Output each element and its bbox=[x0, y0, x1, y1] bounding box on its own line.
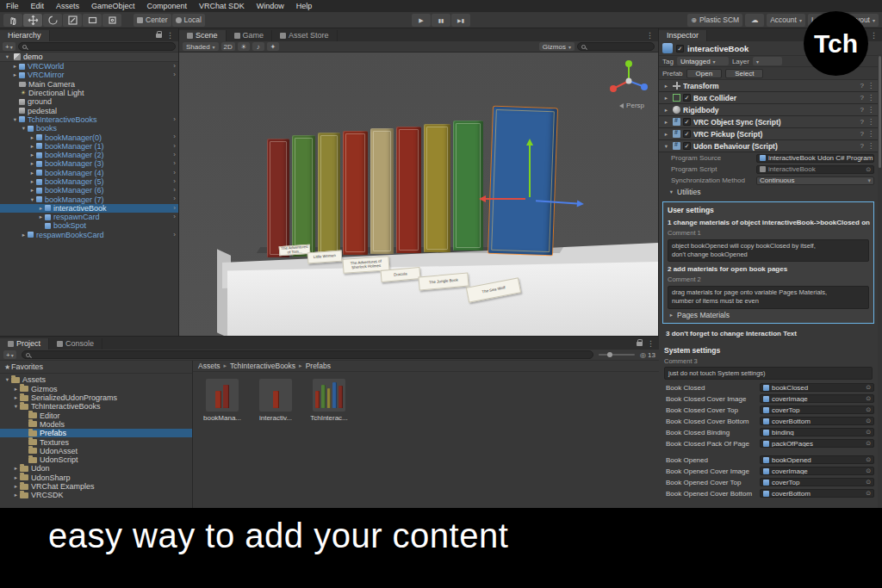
pedestal-front[interactable] bbox=[227, 262, 658, 336]
effects-toggle[interactable]: ✦ bbox=[267, 42, 279, 51]
component-header-box-collider[interactable]: ▸✓Box Collider?⋮ bbox=[659, 92, 878, 104]
tab-scene[interactable]: Scene bbox=[179, 30, 227, 41]
object-picker-icon[interactable]: ⊙ bbox=[866, 429, 871, 436]
active-checkbox[interactable]: ✓ bbox=[676, 45, 684, 53]
foldout-icon[interactable]: ▸ bbox=[662, 83, 670, 90]
prefab-chevron-icon[interactable]: › bbox=[173, 115, 176, 124]
kebab-icon[interactable]: ⋮ bbox=[867, 130, 874, 138]
book-object-6[interactable] bbox=[396, 127, 421, 253]
shading-dropdown[interactable]: Shaded▾ bbox=[183, 42, 219, 51]
hierarchy-item-ground[interactable]: ground bbox=[0, 97, 178, 106]
tag-dropdown[interactable]: Untagged▾ bbox=[677, 57, 729, 65]
component-enabled-checkbox[interactable]: ✓ bbox=[683, 118, 691, 126]
component-enabled-checkbox[interactable]: ✓ bbox=[683, 94, 691, 102]
object-field[interactable]: coverImage⊙ bbox=[760, 394, 874, 403]
hidden-count-badge[interactable]: ◎13 bbox=[640, 351, 655, 359]
project-folder-models[interactable]: Models bbox=[0, 420, 192, 429]
cloud-button[interactable]: ☁ bbox=[745, 14, 764, 27]
scene-search-input[interactable] bbox=[577, 42, 655, 51]
object-field[interactable]: binding⊙ bbox=[760, 428, 874, 436]
hierarchy-item-main-camera[interactable]: Main Camera bbox=[0, 80, 178, 89]
help-icon[interactable]: ? bbox=[860, 130, 864, 138]
kebab-icon[interactable]: ⋮ bbox=[867, 106, 874, 114]
scene-orientation-gizmo[interactable] bbox=[606, 57, 651, 102]
foldout-icon[interactable]: ▸ bbox=[12, 483, 20, 490]
hierarchy-item-tchinteractivebooks[interactable]: ▾TchInteractiveBooks› bbox=[0, 115, 178, 124]
project-folder-assets[interactable]: ▾Assets bbox=[0, 375, 192, 384]
book-object-4[interactable] bbox=[343, 131, 368, 255]
persp-label[interactable]: Persp bbox=[617, 102, 644, 109]
menu-item-component[interactable]: Component bbox=[141, 0, 194, 12]
lighting-toggle[interactable]: ☀ bbox=[238, 42, 250, 51]
scene-canvas[interactable]: Persp The Adventures of Tom...Little Wom… bbox=[179, 53, 658, 336]
project-folder-tchinteractivebooks[interactable]: ▾TchInteractiveBooks bbox=[0, 402, 192, 411]
prefab-chevron-icon[interactable]: › bbox=[173, 151, 176, 159]
book-object-2[interactable] bbox=[292, 135, 315, 257]
help-icon[interactable]: ? bbox=[860, 82, 864, 90]
prefab-chevron-icon[interactable]: › bbox=[173, 142, 176, 151]
hierarchy-item-bookmanager-3[interactable]: ▸bookManager (3)› bbox=[0, 159, 178, 168]
object-field[interactable]: bookClosed⊙ bbox=[760, 383, 874, 392]
menu-item-assets[interactable]: Assets bbox=[50, 0, 85, 12]
project-folder-prefabs[interactable]: Prefabs bbox=[0, 429, 192, 437]
account-dropdown[interactable]: Account▾ bbox=[767, 14, 805, 27]
project-folder-udonscript[interactable]: UdonScript bbox=[0, 455, 192, 464]
kebab-icon[interactable]: ⋮ bbox=[870, 31, 878, 40]
prefab-chevron-icon[interactable]: › bbox=[173, 186, 176, 195]
object-field[interactable]: packOfPages⊙ bbox=[760, 439, 874, 448]
kebab-icon[interactable]: ⋮ bbox=[867, 142, 874, 150]
foldout-icon[interactable]: ▸ bbox=[12, 394, 20, 401]
rotate-tool-button[interactable] bbox=[43, 14, 62, 27]
hierarchy-item-interactivebook[interactable]: ▸interactiveBook› bbox=[0, 204, 178, 213]
hierarchy-item-respawnbookscard[interactable]: ▸respawnBooksCard› bbox=[0, 231, 178, 239]
audio-toggle[interactable]: ♪ bbox=[252, 42, 264, 51]
scene-header-row[interactable]: ▾ demo bbox=[0, 53, 178, 62]
kebab-icon[interactable]: ⋮ bbox=[647, 339, 655, 348]
object-field[interactable]: coverTop⊙ bbox=[760, 405, 874, 414]
foldout-icon[interactable]: ▾ bbox=[12, 403, 20, 410]
project-folder-vrcsdk[interactable]: ▸VRCSDK bbox=[0, 491, 192, 499]
prefab-chevron-icon[interactable]: › bbox=[173, 195, 176, 203]
book-object-3[interactable] bbox=[318, 133, 340, 256]
kebab-icon[interactable]: ⋮ bbox=[867, 118, 874, 126]
pivot-center-button[interactable]: Center bbox=[134, 14, 171, 27]
foldout-icon[interactable]: ▸ bbox=[28, 152, 36, 158]
component-enabled-checkbox[interactable]: ✓ bbox=[683, 142, 691, 150]
hierarchy-item-bookmanager-5[interactable]: ▸bookManager (5)› bbox=[0, 177, 178, 186]
favorites-header[interactable]: ★ Favorites bbox=[0, 362, 192, 371]
hierarchy-item-books[interactable]: ▾books bbox=[0, 124, 178, 133]
object-picker-icon[interactable]: ⊙ bbox=[866, 467, 871, 474]
object-picker-icon[interactable]: ⊙ bbox=[866, 418, 871, 424]
prefab-chevron-icon[interactable]: › bbox=[173, 133, 176, 141]
hand-tool-button[interactable] bbox=[3, 14, 22, 27]
prefab-chevron-icon[interactable]: › bbox=[173, 169, 176, 177]
inspector-scrollbar[interactable] bbox=[878, 54, 882, 508]
asset-item-interactiv[interactable]: interactiv... bbox=[255, 379, 296, 422]
project-folder-gizmos[interactable]: ▸Gizmos bbox=[0, 385, 192, 393]
menu-item-gameobject[interactable]: GameObject bbox=[85, 0, 141, 12]
foldout-icon[interactable]: ▾ bbox=[20, 125, 28, 132]
breadcrumb-prefabs[interactable]: Prefabs bbox=[306, 362, 331, 370]
project-folder-udonasset[interactable]: UdonAsset bbox=[0, 447, 192, 455]
hierarchy-item-bookmanager-0[interactable]: ▸bookManager(0)› bbox=[0, 133, 178, 141]
foldout-icon[interactable]: ▸ bbox=[662, 107, 670, 114]
component-header-udon-behaviour-script[interactable]: ▾✓Udon Behaviour (Script)?⋮ bbox=[659, 140, 878, 152]
menu-item-window[interactable]: Window bbox=[251, 0, 290, 12]
foldout-icon[interactable]: ▸ bbox=[11, 63, 19, 70]
gizmos-dropdown[interactable]: Gizmos▾ bbox=[539, 42, 575, 51]
book-object-5[interactable] bbox=[370, 128, 394, 254]
hierarchy-item-respawncard[interactable]: ▸respawnCard› bbox=[0, 213, 178, 221]
foldout-icon[interactable]: ▸ bbox=[12, 386, 20, 393]
object-picker-icon[interactable]: ⊙ bbox=[866, 406, 871, 413]
asset-item-tchinterac[interactable]: TchInterac... bbox=[308, 379, 350, 422]
help-icon[interactable]: ? bbox=[860, 118, 864, 126]
transform-tool-button[interactable] bbox=[102, 14, 121, 27]
gameobject-name[interactable]: interactiveBook bbox=[687, 44, 748, 53]
kebab-icon[interactable]: ⋮ bbox=[867, 82, 874, 90]
hierarchy-item-bookmanager-1[interactable]: ▸bookManager (1)› bbox=[0, 142, 178, 151]
lock-icon[interactable] bbox=[156, 34, 162, 38]
scrollbar-thumb[interactable] bbox=[879, 56, 881, 168]
project-folder-textures[interactable]: Textures bbox=[0, 437, 192, 446]
book-object-9[interactable] bbox=[488, 107, 557, 255]
comment2-text[interactable]: drag materials for page onto variable Pa… bbox=[668, 286, 869, 308]
